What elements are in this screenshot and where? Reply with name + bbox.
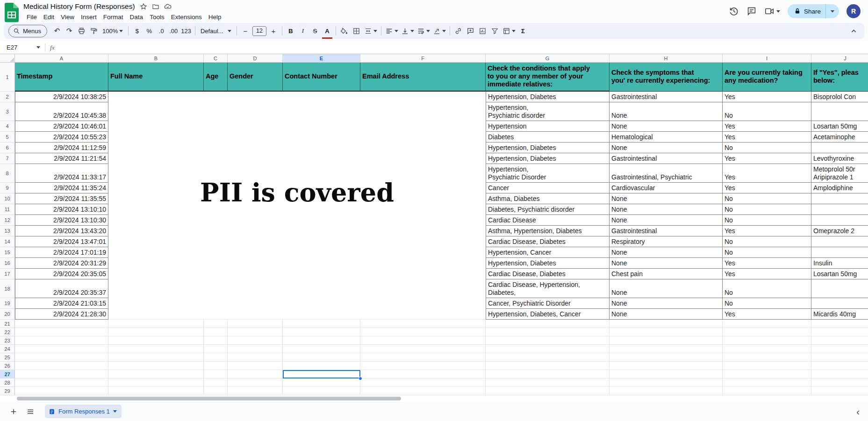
cell-J9[interactable]: Amplodiphine	[811, 183, 868, 193]
cell-I20[interactable]: Yes	[723, 309, 811, 320]
cell-I29[interactable]	[723, 387, 811, 395]
cell-H7[interactable]: Gastrointestinal	[610, 153, 723, 164]
cell-A17[interactable]: 2/9/2024 20:35:05	[15, 269, 108, 279]
cell-G16[interactable]: Hypertension, Diabetes	[486, 258, 610, 269]
cell-J1[interactable]: If "Yes", pleas below:	[811, 63, 868, 92]
font-family-select[interactable]: Defaul...	[198, 25, 234, 37]
cell-A5[interactable]: 2/9/2024 10:55:23	[15, 132, 108, 143]
cell-G19[interactable]: Cancer, Psychiatric Disorder	[486, 298, 610, 309]
row-number-16[interactable]: 16	[0, 258, 15, 269]
cell-B23[interactable]	[108, 336, 204, 345]
cell-H14[interactable]: Respiratory	[610, 236, 723, 247]
cell-H10[interactable]: None	[610, 193, 723, 204]
cell-A8[interactable]: 2/9/2024 11:33:17	[15, 164, 108, 183]
cell-G4[interactable]: Hypertension	[486, 121, 610, 132]
share-button[interactable]: Share	[788, 4, 839, 18]
cell-A13[interactable]: 2/9/2024 13:43:20	[15, 226, 108, 236]
cell-C22[interactable]	[204, 328, 228, 336]
cell-D25[interactable]	[228, 353, 283, 362]
format-percent-button[interactable]: %	[143, 25, 155, 37]
menu-item-tools[interactable]: Tools	[146, 13, 168, 21]
borders-button[interactable]	[351, 25, 363, 37]
cell-E22[interactable]	[283, 328, 360, 336]
decrease-decimal-button[interactable]: .0	[155, 25, 167, 37]
cell-J16[interactable]: Insulin	[811, 258, 868, 269]
row-number-17[interactable]: 17	[0, 269, 15, 279]
cell-H3[interactable]: None	[610, 102, 723, 121]
cell-I22[interactable]	[723, 328, 811, 336]
cell-A9[interactable]: 2/9/2024 11:35:24	[15, 183, 108, 193]
sheet-tab-form-responses-1[interactable]: Form Responses 1	[45, 405, 122, 418]
column-header-I[interactable]: I	[723, 54, 811, 63]
cell-G1[interactable]: Check the conditions that apply to you o…	[486, 63, 610, 92]
number-format-button[interactable]: 123	[179, 25, 193, 37]
cell-F29[interactable]	[360, 387, 486, 395]
cell-H20[interactable]: None	[610, 309, 723, 320]
fill-handle[interactable]	[359, 377, 362, 380]
column-header-B[interactable]: B	[108, 54, 204, 63]
column-header-J[interactable]: J	[811, 54, 868, 63]
cell-D28[interactable]	[228, 378, 283, 387]
row-number-25[interactable]: 25	[0, 353, 15, 362]
row-number-3[interactable]: 3	[0, 102, 15, 121]
cell-D21[interactable]	[228, 320, 283, 328]
text-rotation-button[interactable]	[431, 25, 447, 37]
column-header-D[interactable]: D	[228, 54, 283, 63]
cell-H18[interactable]: None	[610, 279, 723, 298]
cell-J12[interactable]	[811, 215, 868, 226]
cell-D27[interactable]	[228, 370, 283, 378]
cell-I19[interactable]: No	[723, 298, 811, 309]
cell-D23[interactable]	[228, 336, 283, 345]
cell-B21[interactable]	[108, 320, 204, 328]
row-number-23[interactable]: 23	[0, 336, 15, 345]
cell-A23[interactable]	[15, 336, 108, 345]
cell-A1[interactable]: Timestamp	[15, 63, 108, 92]
cell-G25[interactable]	[486, 353, 610, 362]
cell-I26[interactable]	[723, 362, 811, 370]
column-header-H[interactable]: H	[610, 54, 723, 63]
cell-H11[interactable]: None	[610, 204, 723, 215]
decrease-font-size-button[interactable]: −	[239, 25, 251, 37]
cell-C21[interactable]	[204, 320, 228, 328]
column-header-E[interactable]: E	[283, 54, 360, 63]
cell-J22[interactable]	[811, 328, 868, 336]
cell-J27[interactable]	[811, 370, 868, 378]
row-number-5[interactable]: 5	[0, 132, 15, 143]
cell-H22[interactable]	[610, 328, 723, 336]
cell-G20[interactable]: Hypertension, Diabetes, Cancer	[486, 309, 610, 320]
cell-G18[interactable]: Cardiac Disease, Hypertension, Diabetes,	[486, 279, 610, 298]
cell-I14[interactable]: No	[723, 236, 811, 247]
cell-G29[interactable]	[486, 387, 610, 395]
cell-I21[interactable]	[723, 320, 811, 328]
cell-J21[interactable]	[811, 320, 868, 328]
cell-H19[interactable]: None	[610, 298, 723, 309]
row-number-9[interactable]: 9	[0, 183, 15, 193]
cell-J17[interactable]: Losartan 50mg	[811, 269, 868, 279]
cell-I18[interactable]: No	[723, 279, 811, 298]
menu-item-insert[interactable]: Insert	[78, 13, 100, 21]
cell-J14[interactable]	[811, 236, 868, 247]
cell-F26[interactable]	[360, 362, 486, 370]
cell-I17[interactable]: Yes	[723, 269, 811, 279]
fill-color-button[interactable]	[338, 25, 351, 37]
cell-I28[interactable]	[723, 378, 811, 387]
cell-A26[interactable]	[15, 362, 108, 370]
cell-C27[interactable]	[204, 370, 228, 378]
row-number-29[interactable]: 29	[0, 387, 15, 395]
cell-E29[interactable]	[283, 387, 360, 395]
cell-H12[interactable]: None	[610, 215, 723, 226]
cell-A27[interactable]	[15, 370, 108, 378]
star-icon[interactable]	[140, 3, 147, 10]
cell-H15[interactable]: None	[610, 247, 723, 258]
cell-F25[interactable]	[360, 353, 486, 362]
insert-comment-button[interactable]	[465, 25, 477, 37]
paint-format-button[interactable]	[87, 25, 100, 37]
cell-C25[interactable]	[204, 353, 228, 362]
cell-H28[interactable]	[610, 378, 723, 387]
cell-G9[interactable]: Cancer	[486, 183, 610, 193]
cell-J6[interactable]	[811, 143, 868, 153]
cell-H1[interactable]: Check the symptoms that you' re currentl…	[610, 63, 723, 92]
cell-G15[interactable]: Hypertension, Cancer	[486, 247, 610, 258]
cell-J3[interactable]	[811, 102, 868, 121]
cell-I9[interactable]: Yes	[723, 183, 811, 193]
